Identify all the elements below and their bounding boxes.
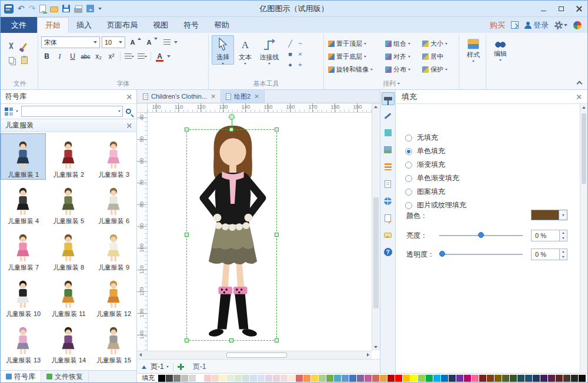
panel-scroll-thumb[interactable] (582, 113, 586, 184)
ribbon-tab[interactable]: 页面布局 (99, 17, 145, 33)
open-icon[interactable] (50, 6, 58, 12)
arc-tool-icon[interactable]: ~ (295, 38, 305, 49)
scroll-up-icon[interactable] (374, 106, 377, 108)
drawing-canvas[interactable] (148, 113, 372, 351)
palette-color[interactable] (212, 375, 219, 382)
italic-button[interactable]: I (54, 51, 65, 62)
brightness-slider[interactable] (439, 230, 523, 241)
line-tool-icon[interactable]: ╱ (285, 38, 295, 49)
palette-color[interactable] (449, 375, 456, 382)
rotation-handle[interactable] (229, 114, 235, 120)
transparency-spinner[interactable] (559, 249, 567, 260)
library-close-icon[interactable] (126, 95, 131, 99)
tab-close-icon[interactable] (211, 95, 215, 99)
save-icon[interactable] (62, 5, 70, 12)
arrange-button[interactable]: 居中 (421, 52, 455, 61)
symbol-item[interactable]: 儿童服装 9 (91, 226, 136, 273)
text-tool-button[interactable]: A 文本 (234, 35, 256, 65)
hscroll-thumb[interactable] (226, 352, 288, 358)
palette-color[interactable] (258, 375, 265, 382)
symbol-item[interactable]: 儿童服装 1 (1, 133, 46, 180)
arrange-button[interactable]: 置于底层 (327, 52, 384, 61)
redo-icon[interactable] (29, 4, 36, 13)
palette-color[interactable] (502, 375, 509, 382)
palette-color[interactable] (219, 375, 226, 382)
palette-color[interactable] (403, 375, 410, 382)
resize-handle-w[interactable] (185, 233, 189, 237)
share-icon[interactable] (511, 21, 519, 29)
palette-color[interactable] (571, 375, 578, 382)
select-tool-button[interactable]: 选择 (212, 35, 234, 65)
palette-color[interactable] (227, 375, 234, 382)
palette-color[interactable] (510, 375, 517, 382)
fill-option[interactable]: 单色渐变填充 (405, 172, 587, 185)
palette-color[interactable] (311, 375, 318, 382)
symbol-item[interactable]: 儿童服装 3 (91, 133, 136, 180)
undo-icon[interactable] (18, 4, 25, 13)
palette-color[interactable] (334, 375, 341, 382)
palette-color[interactable] (273, 375, 280, 382)
palette-color[interactable] (365, 375, 372, 382)
fill-option[interactable]: 渐变填充 (405, 158, 587, 172)
scroll-down-icon[interactable] (374, 346, 377, 348)
symbol-item[interactable]: 儿童服装 13 (1, 319, 46, 365)
arrange-launcher-icon[interactable] (397, 83, 400, 85)
symbol-item[interactable]: 儿童服装 11 (46, 273, 91, 319)
palette-color[interactable] (166, 375, 173, 382)
palette-color[interactable] (196, 375, 203, 382)
symbol-item[interactable]: 儿童服装 6 (91, 180, 136, 226)
search-icon[interactable] (126, 109, 131, 114)
print-icon[interactable] (74, 8, 82, 13)
palette-color[interactable] (579, 375, 586, 382)
page-tab[interactable]: 页-1 (193, 362, 206, 372)
scroll-left-icon[interactable] (139, 353, 142, 357)
tab-file[interactable]: 文件 (1, 17, 37, 33)
selection-box[interactable] (186, 129, 277, 341)
transparency-slider-thumb[interactable] (439, 251, 445, 257)
qat-dropdown-icon[interactable] (98, 8, 102, 10)
vertical-scrollbar[interactable] (372, 103, 380, 351)
hyperlink-panel-button[interactable] (382, 194, 395, 207)
palette-color[interactable] (418, 375, 425, 382)
ribbon-tab[interactable]: 符号 (176, 17, 206, 33)
arrange-button[interactable]: 分布 (384, 65, 421, 74)
symbol-item[interactable]: 儿童服装 15 (91, 319, 136, 365)
arrange-button[interactable]: 保护 (421, 65, 455, 74)
symbol-item[interactable]: 儿童服装 5 (46, 180, 91, 226)
collapse-ribbon-icon[interactable] (577, 81, 583, 87)
palette-color[interactable] (464, 375, 471, 382)
palette-color[interactable] (556, 375, 563, 382)
login-link[interactable]: 登录 (524, 20, 549, 31)
library-category-header[interactable]: 儿童服装 (1, 119, 136, 132)
rectangle-tool-icon[interactable]: ■ (285, 49, 295, 59)
palette-color[interactable] (235, 375, 242, 382)
arrange-button[interactable]: 大小 (421, 39, 455, 48)
close-button[interactable] (570, 1, 587, 16)
brightness-spinner[interactable] (559, 230, 567, 241)
ribbon-tab[interactable]: 帮助 (206, 17, 237, 33)
ribbon-tab[interactable]: 视图 (145, 17, 176, 33)
palette-color[interactable] (189, 375, 196, 382)
cut-icon[interactable] (7, 42, 15, 50)
line-spacing-button[interactable] (123, 51, 135, 62)
palette-color[interactable] (563, 375, 570, 382)
palette-color[interactable] (181, 375, 188, 382)
category-close-icon[interactable] (126, 123, 131, 128)
search-field[interactable] (24, 108, 118, 115)
ellipse-tool-icon[interactable]: ● (285, 59, 295, 70)
maximize-button[interactable] (552, 1, 570, 16)
transparency-value[interactable]: 0 % (531, 248, 567, 260)
strikethrough-button[interactable]: abc (80, 51, 91, 62)
symbol-item[interactable]: 儿童服装 10 (1, 273, 46, 319)
bold-button[interactable]: B (41, 51, 52, 62)
line-panel-button[interactable] (382, 109, 395, 122)
color-picker-button[interactable] (531, 210, 567, 220)
fill-panel-close-icon[interactable] (576, 95, 581, 99)
symbol-item[interactable]: 儿童服装 7 (1, 226, 46, 273)
palette-color[interactable] (250, 375, 257, 382)
underline-button[interactable]: U (67, 51, 78, 62)
left-panel-tab[interactable]: 符号库 (1, 371, 41, 382)
vscroll-thumb[interactable] (373, 197, 379, 308)
palette-color[interactable] (433, 375, 440, 382)
palette-color[interactable] (479, 375, 486, 382)
